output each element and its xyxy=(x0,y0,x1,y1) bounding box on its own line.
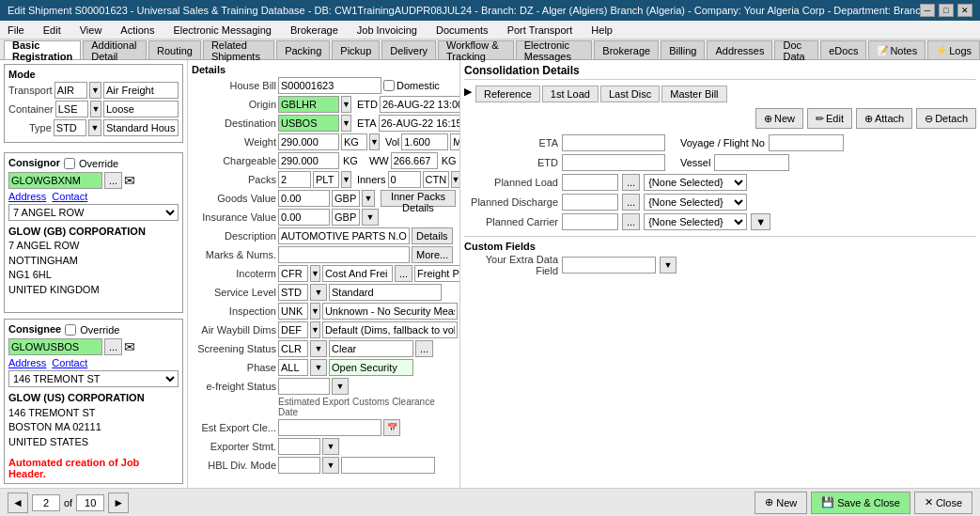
description-details-button[interactable]: Details xyxy=(412,227,453,244)
house-bill-input[interactable] xyxy=(278,77,381,94)
tab-workflow-tracking[interactable]: Workflow & Tracking xyxy=(438,40,514,59)
goods-value-input[interactable] xyxy=(278,190,330,207)
cons-tab-first-load[interactable]: 1st Load xyxy=(542,86,599,102)
type-type-input[interactable] xyxy=(103,119,179,136)
screening-status-dropdown[interactable]: ▼ xyxy=(310,340,327,357)
tab-delivery[interactable]: Delivery xyxy=(381,40,436,59)
prev-button[interactable]: ◄ xyxy=(8,493,28,513)
goods-currency-dropdown[interactable]: ▼ xyxy=(362,190,375,207)
new-consolidation-button[interactable]: ⊕ New xyxy=(755,108,803,129)
insurance-value-input[interactable] xyxy=(278,209,330,226)
cons-planned-load-input[interactable] xyxy=(562,174,618,191)
consignee-search-button[interactable]: ... xyxy=(104,338,122,355)
consignee-address-select[interactable]: 146 TREMONT ST xyxy=(8,370,179,387)
cons-planned-load-button[interactable]: ... xyxy=(622,174,640,191)
tab-doc-data[interactable]: Doc Data xyxy=(774,40,818,59)
weight-input[interactable] xyxy=(278,133,339,150)
destination-input[interactable] xyxy=(278,115,339,132)
new-button[interactable]: ⊕ New xyxy=(754,492,807,514)
chargeable-input[interactable] xyxy=(278,152,339,169)
menu-edit[interactable]: Edit xyxy=(39,23,65,37)
inners-unit-dropdown[interactable]: ▼ xyxy=(451,171,461,188)
tab-electronic-messages[interactable]: Electronic Messages xyxy=(516,40,593,59)
efreight-input[interactable] xyxy=(278,378,330,395)
type-dropdown[interactable]: ▼ xyxy=(88,119,101,136)
air-waybill-dims-input[interactable] xyxy=(278,321,308,338)
screening-status-desc-input[interactable] xyxy=(329,340,413,357)
container-type-input[interactable] xyxy=(103,101,179,117)
cons-tab-last-disc[interactable]: Last Disc xyxy=(600,86,660,102)
packs-unit-dropdown[interactable]: ▼ xyxy=(341,171,351,188)
packs-input[interactable] xyxy=(278,171,311,188)
inner-packs-details-button[interactable]: Inner Packs Details xyxy=(381,190,456,207)
hbl-div-mode-dropdown[interactable]: ▼ xyxy=(322,457,339,474)
cons-planned-carrier-select[interactable]: {None Selected} xyxy=(644,213,747,230)
tab-related-shipments[interactable]: Related Shipments xyxy=(203,40,274,59)
packs-unit-input[interactable] xyxy=(313,171,339,188)
edit-consolidation-button[interactable]: ✏ Edit xyxy=(807,108,852,129)
goods-value-currency-input[interactable] xyxy=(332,190,360,207)
service-level-dropdown[interactable]: ▼ xyxy=(310,284,327,301)
inspection-dropdown[interactable]: ▼ xyxy=(310,303,320,320)
consignor-code-input[interactable] xyxy=(8,172,102,189)
inners-unit-input[interactable] xyxy=(423,171,449,188)
cons-tab-reference[interactable]: Reference xyxy=(475,86,540,102)
marks-more-button[interactable]: More... xyxy=(412,246,453,263)
consignee-override-checkbox[interactable] xyxy=(65,324,76,336)
current-page-input[interactable] xyxy=(32,494,60,511)
vol-unit-input[interactable] xyxy=(450,133,460,150)
container-input[interactable] xyxy=(55,101,88,117)
cons-planned-carrier-button[interactable]: ... xyxy=(622,213,640,230)
transport-type-input[interactable] xyxy=(103,82,179,99)
maximize-button[interactable]: □ xyxy=(939,4,954,17)
air-waybill-dims-dropdown[interactable]: ▼ xyxy=(310,321,320,338)
consignee-contact-link[interactable]: Contact xyxy=(52,357,87,368)
tab-brokerage[interactable]: Brokerage xyxy=(594,40,659,59)
est-export-input[interactable] xyxy=(278,419,381,436)
weight-unit-input[interactable] xyxy=(341,133,367,150)
minimize-button[interactable]: ─ xyxy=(920,4,935,17)
consignor-search-button[interactable]: ... xyxy=(104,172,122,189)
tab-routing[interactable]: Routing xyxy=(148,40,201,59)
inspection-desc-input[interactable] xyxy=(322,303,458,320)
air-waybill-dims-desc-input[interactable] xyxy=(322,321,458,338)
save-close-button[interactable]: 💾 Save & Close xyxy=(811,492,910,514)
menu-job-invoicing[interactable]: Job Invoicing xyxy=(353,23,421,37)
type-input[interactable] xyxy=(54,119,86,136)
incoterm-dropdown[interactable]: ▼ xyxy=(310,265,320,282)
extra-data-input[interactable] xyxy=(562,257,656,274)
consignor-override-checkbox[interactable] xyxy=(64,158,75,169)
tab-packing[interactable]: Packing xyxy=(276,40,330,59)
inners-input[interactable] xyxy=(388,171,421,188)
close-window-button[interactable]: ✕ xyxy=(957,4,972,17)
exporter-stmt-input[interactable] xyxy=(278,438,320,455)
cons-planned-discharge-input[interactable] xyxy=(562,194,618,211)
tab-logs[interactable]: ⚡ Logs xyxy=(927,40,980,59)
tab-edocs[interactable]: eDocs xyxy=(820,40,866,59)
phase-desc-input[interactable] xyxy=(329,359,413,376)
incoterm-desc-input[interactable] xyxy=(322,265,393,282)
menu-electronic-messaging[interactable]: Electronic Messaging xyxy=(169,23,275,37)
cons-eta-input[interactable] xyxy=(562,134,665,151)
ww-input[interactable] xyxy=(391,152,438,169)
cons-planned-discharge-button[interactable]: ... xyxy=(622,194,640,211)
insurance-currency-dropdown[interactable]: ▼ xyxy=(362,209,379,226)
transport-dropdown[interactable]: ▼ xyxy=(89,82,101,99)
menu-actions[interactable]: Actions xyxy=(117,23,158,37)
detach-consolidation-button[interactable]: ⊖ Detach xyxy=(916,108,976,129)
origin-dropdown[interactable]: ▼ xyxy=(341,96,351,113)
cons-etd-input[interactable] xyxy=(562,154,665,171)
est-export-calendar-icon[interactable]: 📅 xyxy=(383,419,400,436)
tab-addresses[interactable]: Addresses xyxy=(707,40,772,59)
tab-pickup[interactable]: Pickup xyxy=(332,40,380,59)
origin-input[interactable] xyxy=(278,96,339,113)
menu-port-transport[interactable]: Port Transport xyxy=(504,23,577,37)
tab-basic-registration[interactable]: Basic Registration xyxy=(4,40,81,59)
container-dropdown[interactable]: ▼ xyxy=(90,101,101,117)
tab-billing[interactable]: Billing xyxy=(661,40,705,59)
weight-unit-dropdown[interactable]: ▼ xyxy=(369,133,380,150)
phase-dropdown[interactable]: ▼ xyxy=(310,359,327,376)
cons-planned-load-select[interactable]: {None Selected} xyxy=(644,174,747,191)
menu-view[interactable]: View xyxy=(76,23,106,37)
menu-file[interactable]: File xyxy=(4,23,28,37)
